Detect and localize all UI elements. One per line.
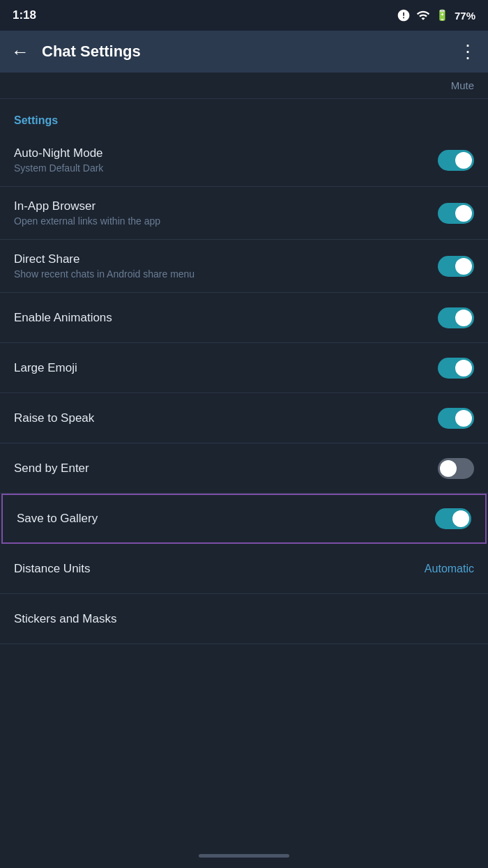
- status-bar: 1:18 🔋 77%: [0, 0, 488, 31]
- toggle-knob-direct-share: [455, 258, 472, 275]
- setting-row-save-to-gallery[interactable]: Save to Gallery: [1, 494, 487, 544]
- setting-title-save-to-gallery: Save to Gallery: [17, 512, 435, 526]
- setting-row-stickers-and-masks[interactable]: Stickers and Masks: [0, 594, 488, 644]
- battery-icon: 🔋: [436, 9, 449, 22]
- setting-value-distance-units: Automatic: [425, 563, 474, 575]
- toggle-knob-enable-animations: [455, 310, 472, 326]
- setting-row-in-app-browser[interactable]: In-App BrowserOpen external links within…: [0, 187, 488, 240]
- toggle-raise-to-speak[interactable]: [438, 408, 474, 429]
- setting-title-send-by-enter: Send by Enter: [14, 462, 438, 475]
- setting-title-direct-share: Direct Share: [14, 252, 438, 266]
- setting-title-raise-to-speak: Raise to Speak: [14, 411, 438, 425]
- setting-title-in-app-browser: In-App Browser: [14, 199, 438, 213]
- battery-level: 77%: [455, 10, 475, 22]
- back-button[interactable]: ←: [11, 41, 29, 63]
- scroll-hint-row: Mute: [0, 73, 488, 99]
- mute-icon: [397, 8, 411, 22]
- toggle-direct-share[interactable]: [438, 256, 474, 277]
- setting-row-raise-to-speak[interactable]: Raise to Speak: [0, 393, 488, 443]
- settings-section-label: Settings: [0, 99, 488, 134]
- toggle-in-app-browser[interactable]: [438, 203, 474, 224]
- nav-bar: [0, 843, 488, 868]
- setting-row-auto-night-mode[interactable]: Auto-Night ModeSystem Default Dark: [0, 134, 488, 187]
- toggle-auto-night-mode[interactable]: [438, 150, 474, 171]
- more-options-button[interactable]: ⋮: [459, 41, 477, 63]
- toggle-knob-in-app-browser: [455, 205, 472, 222]
- setting-row-send-by-enter[interactable]: Send by Enter: [0, 443, 488, 494]
- setting-title-stickers-and-masks: Stickers and Masks: [14, 612, 474, 626]
- page-title: Chat Settings: [42, 43, 459, 61]
- settings-list: Auto-Night ModeSystem Default DarkIn-App…: [0, 134, 488, 644]
- setting-subtitle-auto-night-mode: System Default Dark: [14, 162, 438, 174]
- nav-pill: [199, 854, 289, 858]
- setting-subtitle-direct-share: Show recent chats in Android share menu: [14, 268, 438, 280]
- setting-title-large-emoji: Large Emoji: [14, 361, 438, 375]
- toggle-save-to-gallery[interactable]: [435, 508, 471, 529]
- setting-title-distance-units: Distance Units: [14, 562, 425, 576]
- toggle-knob-send-by-enter: [440, 460, 457, 477]
- wifi-icon: [416, 8, 430, 22]
- setting-row-direct-share[interactable]: Direct ShareShow recent chats in Android…: [0, 240, 488, 293]
- setting-title-auto-night-mode: Auto-Night Mode: [14, 146, 438, 160]
- toggle-send-by-enter[interactable]: [438, 458, 474, 479]
- status-icons: 🔋 77%: [397, 8, 475, 22]
- scroll-hint-text: Mute: [451, 79, 474, 91]
- setting-row-enable-animations[interactable]: Enable Animations: [0, 293, 488, 343]
- setting-row-distance-units[interactable]: Distance UnitsAutomatic: [0, 544, 488, 594]
- toggle-knob-large-emoji: [455, 360, 472, 376]
- toggle-knob-save-to-gallery: [452, 510, 469, 527]
- toggle-large-emoji[interactable]: [438, 358, 474, 379]
- status-time: 1:18: [13, 8, 36, 22]
- toggle-knob-auto-night-mode: [455, 152, 472, 169]
- setting-title-enable-animations: Enable Animations: [14, 311, 438, 325]
- toggle-knob-raise-to-speak: [455, 410, 472, 427]
- setting-row-large-emoji[interactable]: Large Emoji: [0, 343, 488, 393]
- app-bar: ← Chat Settings ⋮: [0, 31, 488, 73]
- toggle-enable-animations[interactable]: [438, 307, 474, 328]
- setting-subtitle-in-app-browser: Open external links within the app: [14, 215, 438, 227]
